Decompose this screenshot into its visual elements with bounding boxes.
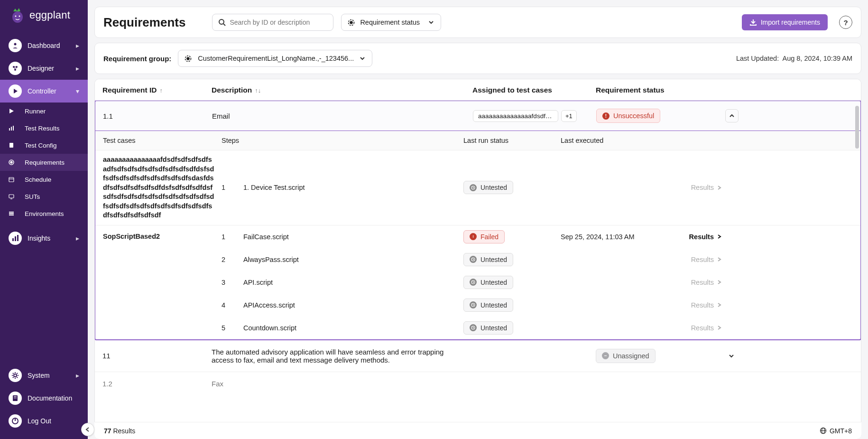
svg-point-0 [12,11,23,23]
script-name: AlwaysPass.script [243,256,463,263]
chevron-right-icon: ▸ [76,65,79,72]
nav-documentation[interactable]: Documentation [0,387,88,410]
results-link[interactable]: Results [674,233,722,241]
results-link[interactable]: Results [674,256,722,263]
svg-rect-20 [9,213,14,214]
status-badge-unsuccessful: ! Unsuccessful [596,109,660,123]
search-input-wrapper[interactable] [212,14,333,31]
dash-icon: – [602,352,609,359]
designer-icon [9,62,22,75]
requirement-row[interactable]: 11 The automated advisory application wi… [95,340,861,372]
nav-designer-label: Designer [28,65,54,72]
error-icon: ! [602,112,609,120]
doc-icon [9,392,22,405]
chevron-right-icon: ▸ [76,234,79,242]
scrollbar-thumb[interactable] [855,106,859,149]
nav-insights[interactable]: Insights ▸ [0,227,88,250]
requirement-row[interactable]: 1.1 Email aaaaaaaaaaaaaaafdsdfsdfs... +1… [95,101,861,131]
script-name: APIAccess.script [243,301,463,309]
nav-logout[interactable]: Log Out [0,410,88,432]
col-description[interactable]: Description↑↓ [212,86,472,94]
globe-icon [820,427,827,434]
svg-point-1 [15,16,17,17]
assigned-pills: aaaaaaaaaaaaaaafdsdfsdfs... +1 [473,110,596,122]
import-requirements-button[interactable]: Import requirements [742,14,828,30]
collapse-sidebar-button[interactable] [81,423,94,436]
column-headers: Requirement ID↑ Description↑↓ Assigned t… [95,79,861,101]
dashboard-icon [9,39,22,52]
table-rows-scroll[interactable]: 1.1 Email aaaaaaaaaaaaaaafdsdfsdfs... +1… [95,101,861,439]
search-input[interactable] [230,19,327,26]
more-pill[interactable]: +1 [561,110,577,122]
run-badge-untested: Untested [463,276,513,289]
svg-marker-7 [14,89,18,93]
sort-up-icon: ↑ [160,87,163,94]
header-bar: Requirements Requirement status Import r… [94,7,861,38]
nav-sub-suts[interactable]: SUTs [0,188,88,205]
nav-sub-runner[interactable]: Runner [0,103,88,120]
status-filter-dropdown[interactable]: Requirement status [341,14,441,31]
nav-dashboard[interactable]: Dashboard ▸ [0,34,88,57]
document-icon [8,141,15,149]
clock-icon [470,184,477,191]
svg-rect-23 [15,236,16,241]
requirement-row[interactable]: 1.2 Fax [95,372,861,395]
nav-controller[interactable]: Controller ▾ [0,80,88,103]
nav-system[interactable]: System ▸ [0,364,88,387]
svg-point-14 [10,161,12,163]
svg-rect-12 [9,143,13,148]
svg-point-34 [350,21,352,24]
col-assigned: Assigned to test cases [472,86,596,94]
status-badge-unassigned: – Unassigned [596,349,656,363]
nav-sub-requirements[interactable]: Requirements [0,154,88,171]
chevron-right-icon [717,257,722,262]
group-dropdown[interactable]: CustomerRequirementList_LongName.,-_1234… [178,50,372,67]
test-case-step-row: 2AlwaysPass.scriptUntestedResults [95,248,860,271]
results-count: 77 Results [104,427,135,435]
nav-dashboard-label: Dashboard [28,42,60,49]
timezone-indicator[interactable]: GMT+8 [820,427,852,435]
scrollbar-track[interactable] [854,106,860,114]
chevron-right-icon [717,325,722,330]
svg-point-25 [14,374,17,377]
svg-marker-8 [9,109,14,113]
last-executed: Sep 25, 2024, 11:03 AM [561,233,674,241]
play-icon [8,107,15,115]
req-desc: Email [212,112,473,120]
chevron-right-icon: ▸ [76,372,79,379]
nav-sub-test-config[interactable]: Test Config [0,137,88,154]
results-link[interactable]: Results [674,184,722,191]
req-id: 1.1 [103,112,212,120]
col-status: Requirement status [596,86,719,94]
collapse-row-button[interactable] [725,109,739,122]
svg-point-3 [14,43,17,46]
eggplant-icon [9,7,26,24]
gear-icon [9,369,22,382]
test-cases-detail: Test cases Steps Last run status Last ex… [95,131,861,340]
nav-designer[interactable]: Designer ▸ [0,57,88,80]
req-desc: The automated advisory application will … [212,348,472,364]
step-number: 3 [222,279,243,286]
step-number: 1 [222,233,243,241]
run-badge-untested: Untested [463,299,513,312]
results-link[interactable]: Results [674,301,722,309]
detail-headers: Test cases Steps Last run status Last ex… [95,131,860,150]
col-requirement-id[interactable]: Requirement ID↑ [102,86,212,94]
svg-rect-21 [9,215,14,215]
nav-sub-test-results[interactable]: Test Results [0,120,88,137]
results-link[interactable]: Results [674,279,722,286]
search-icon [218,19,226,26]
expand-row-button[interactable] [725,349,738,363]
results-link[interactable]: Results [674,324,722,332]
step-number: 4 [222,301,243,309]
help-button[interactable]: ? [839,16,852,29]
test-case-pill[interactable]: aaaaaaaaaaaaaaafdsdfsdfs... [473,110,558,122]
test-case-name: SopScriptBased2 [103,232,222,242]
nav-sub-environments[interactable]: Environments [0,205,88,222]
svg-rect-9 [9,128,10,131]
sidebar: eggplant Dashboard ▸ Designer ▸ Controll… [0,0,88,439]
nav-sub-schedule[interactable]: Schedule [0,171,88,188]
svg-point-31 [219,19,224,24]
svg-rect-28 [14,398,17,398]
insights-icon [9,232,22,245]
